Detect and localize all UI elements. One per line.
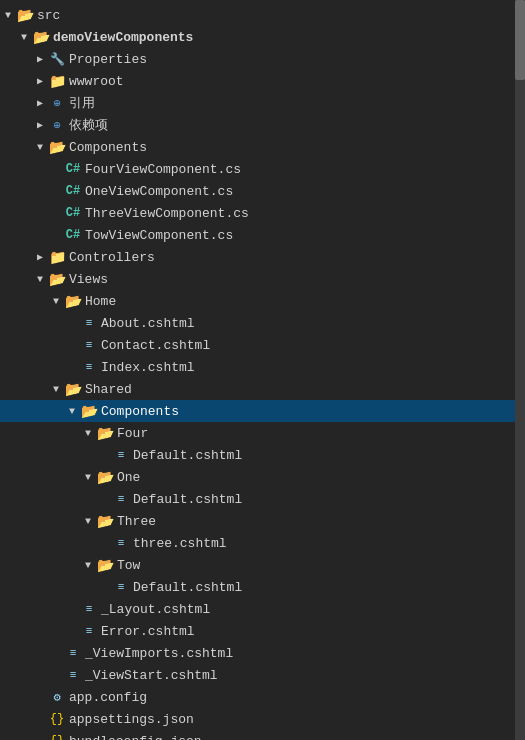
icon-Index: ≡	[80, 361, 98, 373]
arrow-Components-views[interactable]: ▼	[64, 406, 80, 417]
label-src: src	[37, 8, 517, 23]
arrow-Four-folder[interactable]: ▼	[80, 428, 96, 439]
label-Four-folder: Four	[117, 426, 517, 441]
icon-Tow-Default: ≡	[112, 581, 130, 593]
icon-Views: 📂	[48, 271, 66, 288]
label-demoViewComponents: demoViewComponents	[53, 30, 517, 45]
icon-Three-cshtml: ≡	[112, 537, 130, 549]
scrollbar-thumb[interactable]	[515, 0, 525, 80]
tree-root: ▼📂src▼📂demoViewComponents▶🔧Properties▶📁w…	[0, 4, 525, 740]
label-Shared: Shared	[85, 382, 517, 397]
arrow-依赖项[interactable]: ▶	[32, 119, 48, 131]
tree-item-Error[interactable]: ≡Error.cshtml	[0, 620, 525, 642]
icon-One-Default: ≡	[112, 493, 130, 505]
tree-item-Views[interactable]: ▼📂Views	[0, 268, 525, 290]
icon-About: ≡	[80, 317, 98, 329]
tree-item-bundleconfig[interactable]: {}bundleconfig.json	[0, 730, 525, 740]
icon-FourViewComponent: C#	[64, 162, 82, 176]
label-Components-views: Components	[101, 404, 517, 419]
arrow-Controllers[interactable]: ▶	[32, 251, 48, 263]
scrollbar[interactable]	[515, 0, 525, 740]
tree-item-_ViewImports[interactable]: ≡_ViewImports.cshtml	[0, 642, 525, 664]
label-Views: Views	[69, 272, 517, 287]
icon-Properties: 🔧	[48, 52, 66, 67]
tree-item-Three-folder[interactable]: ▼📂Three	[0, 510, 525, 532]
tree-item-引用[interactable]: ▶⊕引用	[0, 92, 525, 114]
arrow-Three-folder[interactable]: ▼	[80, 516, 96, 527]
label-_ViewImports: _ViewImports.cshtml	[85, 646, 517, 661]
tree-item-OneViewComponent[interactable]: C#OneViewComponent.cs	[0, 180, 525, 202]
tree-item-Home[interactable]: ▼📂Home	[0, 290, 525, 312]
label-Tow-Default: Default.cshtml	[133, 580, 517, 595]
icon-_ViewImports: ≡	[64, 647, 82, 659]
arrow-Tow-folder[interactable]: ▼	[80, 560, 96, 571]
arrow-demoViewComponents[interactable]: ▼	[16, 32, 32, 43]
label-ThreeViewComponent: ThreeViewComponent.cs	[85, 206, 517, 221]
tree-item-_ViewStart[interactable]: ≡_ViewStart.cshtml	[0, 664, 525, 686]
tree-item-FourViewComponent[interactable]: C#FourViewComponent.cs	[0, 158, 525, 180]
tree-item-One-folder[interactable]: ▼📂One	[0, 466, 525, 488]
icon-TowViewComponent: C#	[64, 228, 82, 242]
label-引用: 引用	[69, 94, 517, 112]
label-TowViewComponent: TowViewComponent.cs	[85, 228, 517, 243]
icon-ThreeViewComponent: C#	[64, 206, 82, 220]
arrow-Shared[interactable]: ▼	[48, 384, 64, 395]
tree-item-Index[interactable]: ≡Index.cshtml	[0, 356, 525, 378]
arrow-引用[interactable]: ▶	[32, 97, 48, 109]
tree-item-appsettings[interactable]: {}appsettings.json	[0, 708, 525, 730]
label-Home: Home	[85, 294, 517, 309]
tree-item-Properties[interactable]: ▶🔧Properties	[0, 48, 525, 70]
arrow-One-folder[interactable]: ▼	[80, 472, 96, 483]
tree-item-_Layout[interactable]: ≡_Layout.cshtml	[0, 598, 525, 620]
icon-引用: ⊕	[48, 96, 66, 111]
tree-item-Components-root[interactable]: ▼📂Components	[0, 136, 525, 158]
icon-One-folder: 📂	[96, 469, 114, 486]
arrow-src[interactable]: ▼	[0, 10, 16, 21]
label-appsettings: appsettings.json	[69, 712, 517, 727]
tree-item-依赖项[interactable]: ▶⊕依赖项	[0, 114, 525, 136]
icon-demoViewComponents: 📂	[32, 29, 50, 46]
arrow-Properties[interactable]: ▶	[32, 53, 48, 65]
label-_Layout: _Layout.cshtml	[101, 602, 517, 617]
tree-item-Controllers[interactable]: ▶📁Controllers	[0, 246, 525, 268]
icon-bundleconfig: {}	[48, 734, 66, 740]
label-Tow-folder: Tow	[117, 558, 517, 573]
tree-item-Four-Default[interactable]: ≡Default.cshtml	[0, 444, 525, 466]
tree-item-Contact[interactable]: ≡Contact.cshtml	[0, 334, 525, 356]
tree-item-Four-folder[interactable]: ▼📂Four	[0, 422, 525, 444]
icon-_ViewStart: ≡	[64, 669, 82, 681]
tree-item-app.config[interactable]: ⚙app.config	[0, 686, 525, 708]
tree-item-About[interactable]: ≡About.cshtml	[0, 312, 525, 334]
arrow-wwwroot[interactable]: ▶	[32, 75, 48, 87]
tree-item-TowViewComponent[interactable]: C#TowViewComponent.cs	[0, 224, 525, 246]
arrow-Views[interactable]: ▼	[32, 274, 48, 285]
icon-Shared: 📂	[64, 381, 82, 398]
icon-Home: 📂	[64, 293, 82, 310]
label-Error: Error.cshtml	[101, 624, 517, 639]
solution-explorer: ▼📂src▼📂demoViewComponents▶🔧Properties▶📁w…	[0, 0, 525, 740]
label-About: About.cshtml	[101, 316, 517, 331]
icon-Four-folder: 📂	[96, 425, 114, 442]
tree-item-ThreeViewComponent[interactable]: C#ThreeViewComponent.cs	[0, 202, 525, 224]
label-One-Default: Default.cshtml	[133, 492, 517, 507]
tree-item-Three-cshtml[interactable]: ≡three.cshtml	[0, 532, 525, 554]
label-FourViewComponent: FourViewComponent.cs	[85, 162, 517, 177]
icon-app.config: ⚙	[48, 690, 66, 705]
label-One-folder: One	[117, 470, 517, 485]
icon-Controllers: 📁	[48, 249, 66, 266]
icon-Error: ≡	[80, 625, 98, 637]
arrow-Home[interactable]: ▼	[48, 296, 64, 307]
tree-item-demoViewComponents[interactable]: ▼📂demoViewComponents	[0, 26, 525, 48]
tree-item-src[interactable]: ▼📂src	[0, 4, 525, 26]
arrow-Components-root[interactable]: ▼	[32, 142, 48, 153]
tree-item-Tow-Default[interactable]: ≡Default.cshtml	[0, 576, 525, 598]
tree-item-One-Default[interactable]: ≡Default.cshtml	[0, 488, 525, 510]
icon-appsettings: {}	[48, 712, 66, 726]
tree-item-Shared[interactable]: ▼📂Shared	[0, 378, 525, 400]
icon-Contact: ≡	[80, 339, 98, 351]
label-Contact: Contact.cshtml	[101, 338, 517, 353]
tree-item-wwwroot[interactable]: ▶📁wwwroot	[0, 70, 525, 92]
tree-item-Tow-folder[interactable]: ▼📂Tow	[0, 554, 525, 576]
icon-Three-folder: 📂	[96, 513, 114, 530]
tree-item-Components-views[interactable]: ▼📂Components	[0, 400, 525, 422]
